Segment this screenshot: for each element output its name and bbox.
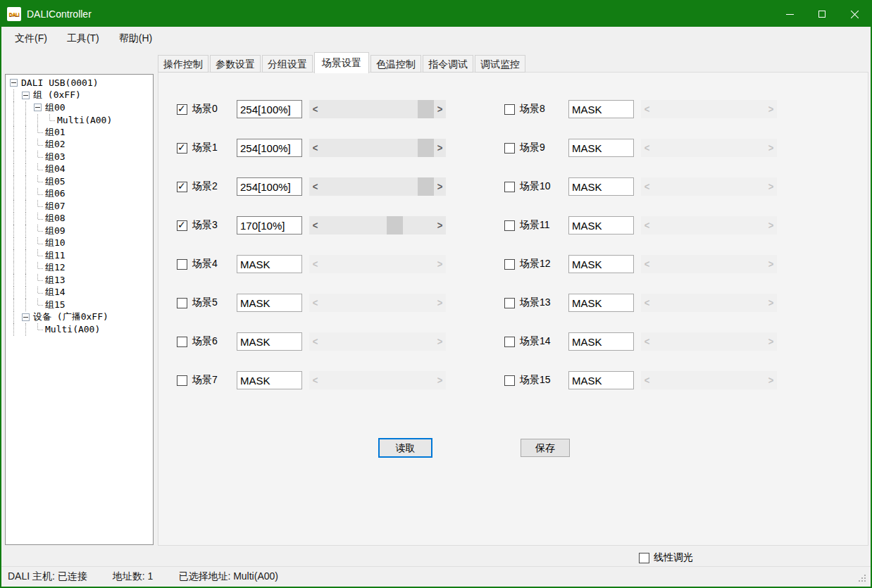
tab-scene-settings[interactable]: 场景设置	[314, 52, 369, 73]
tree-item-label[interactable]: 组13	[45, 274, 66, 287]
tree-item[interactable]: 组00	[8, 101, 153, 114]
slider-track[interactable]	[321, 216, 434, 234]
scene-slider[interactable]: < >	[641, 294, 777, 312]
slider-track[interactable]	[653, 255, 765, 273]
tree-item[interactable]: 组 (0xFF)	[8, 89, 153, 102]
tree-item-label[interactable]: 组06	[45, 187, 66, 200]
tree-item[interactable]: 组12	[8, 262, 153, 275]
scene-slider[interactable]: < >	[641, 371, 777, 389]
scene-checkbox[interactable]: ✓	[504, 104, 515, 115]
menu-file[interactable]: 文件(F)	[5, 27, 57, 49]
minimize-button[interactable]	[773, 1, 806, 27]
collapse-icon[interactable]	[10, 79, 18, 87]
tab-operation-control[interactable]: 操作控制	[158, 55, 208, 73]
slider-left-arrow-icon[interactable]: <	[641, 176, 653, 197]
scene-slider[interactable]: < >	[641, 216, 777, 234]
slider-track[interactable]	[653, 294, 765, 312]
slider-track[interactable]	[321, 255, 434, 273]
slider-left-arrow-icon[interactable]: <	[309, 370, 321, 391]
maximize-button[interactable]	[806, 1, 838, 27]
slider-right-arrow-icon[interactable]: >	[434, 176, 446, 197]
slider-left-arrow-icon[interactable]: <	[309, 254, 321, 275]
tree-item-label[interactable]: 设备 (广播0xFF)	[33, 311, 108, 323]
scene-checkbox[interactable]: ✓	[504, 375, 515, 386]
slider-left-arrow-icon[interactable]: <	[641, 254, 653, 275]
slider-right-arrow-icon[interactable]: >	[765, 176, 777, 197]
slider-right-arrow-icon[interactable]: >	[434, 215, 446, 236]
scene-value-input[interactable]	[237, 294, 302, 312]
scene-value-input[interactable]	[568, 100, 634, 118]
slider-right-arrow-icon[interactable]: >	[765, 292, 777, 313]
tree-item-label[interactable]: 组04	[45, 163, 66, 175]
tree-item-label[interactable]: 组07	[45, 200, 66, 213]
menu-help[interactable]: 帮助(H)	[109, 27, 162, 49]
scene-value-input[interactable]	[237, 100, 302, 118]
slider-left-arrow-icon[interactable]: <	[641, 292, 653, 313]
tree-item-label[interactable]: Multi(A00)	[57, 115, 112, 125]
slider-right-arrow-icon[interactable]: >	[765, 254, 777, 275]
scene-value-input[interactable]	[568, 216, 634, 234]
scene-slider[interactable]: < >	[309, 255, 446, 273]
slider-track[interactable]	[653, 100, 765, 118]
tree-item[interactable]: 组13	[8, 274, 153, 287]
tree-item-label[interactable]: 组 (0xFF)	[33, 89, 81, 101]
slider-track[interactable]	[653, 371, 765, 389]
tab-command-debug[interactable]: 指令调试	[423, 55, 473, 73]
scene-value-input[interactable]	[237, 371, 302, 389]
tab-color-temp-control[interactable]: 色温控制	[370, 55, 421, 73]
scene-value-input[interactable]	[568, 371, 634, 389]
scene-value-input[interactable]	[237, 255, 302, 273]
slider-right-arrow-icon[interactable]: >	[434, 370, 446, 391]
tree-item-label[interactable]: 组00	[45, 101, 66, 114]
slider-track[interactable]	[321, 294, 434, 312]
slider-right-arrow-icon[interactable]: >	[765, 137, 777, 158]
scene-slider[interactable]: < >	[641, 100, 777, 118]
slider-right-arrow-icon[interactable]: >	[765, 331, 777, 352]
scene-checkbox[interactable]: ✓	[177, 104, 187, 115]
scene-slider[interactable]: < >	[641, 255, 777, 273]
scene-slider[interactable]: < >	[309, 139, 446, 157]
tab-group-settings[interactable]: 分组设置	[262, 55, 313, 73]
scene-slider[interactable]: < >	[641, 177, 777, 196]
slider-thumb[interactable]	[418, 139, 434, 157]
tree-item-label[interactable]: 组08	[45, 212, 66, 225]
slider-track[interactable]	[321, 371, 434, 389]
scene-slider[interactable]: < >	[309, 216, 446, 234]
scene-checkbox[interactable]: ✓	[504, 298, 515, 308]
tree-item-label[interactable]: 组05	[45, 175, 66, 188]
tree-item-label[interactable]: 组01	[45, 126, 66, 139]
slider-right-arrow-icon[interactable]: >	[765, 99, 777, 120]
slider-left-arrow-icon[interactable]: <	[309, 99, 321, 120]
slider-left-arrow-icon[interactable]: <	[309, 215, 321, 236]
slider-right-arrow-icon[interactable]: >	[434, 99, 446, 120]
slider-track[interactable]	[321, 139, 434, 157]
tree-item[interactable]: 组04	[8, 163, 153, 176]
slider-right-arrow-icon[interactable]: >	[434, 137, 446, 158]
slider-left-arrow-icon[interactable]: <	[641, 99, 653, 120]
tree-item[interactable]: Multi(A00)	[8, 114, 153, 127]
slider-left-arrow-icon[interactable]: <	[641, 215, 653, 236]
scene-checkbox[interactable]: ✓	[504, 182, 515, 192]
slider-track[interactable]	[321, 332, 434, 351]
slider-right-arrow-icon[interactable]: >	[434, 254, 446, 275]
scene-value-input[interactable]	[568, 255, 634, 273]
slider-right-arrow-icon[interactable]: >	[434, 331, 446, 352]
slider-track[interactable]	[321, 177, 434, 196]
tree-item-label[interactable]: 组09	[45, 225, 66, 237]
tree-item-label[interactable]: 组03	[45, 151, 66, 163]
slider-thumb[interactable]	[418, 177, 434, 196]
scene-slider[interactable]: < >	[309, 371, 446, 389]
scene-value-input[interactable]	[237, 332, 302, 351]
tree-item-label[interactable]: 组14	[45, 286, 66, 299]
slider-thumb[interactable]	[387, 216, 403, 234]
scene-checkbox[interactable]: ✓	[504, 220, 515, 231]
scene-slider[interactable]: < >	[309, 332, 446, 351]
scene-checkbox[interactable]: ✓	[504, 259, 515, 270]
tree-item[interactable]: 组09	[8, 225, 153, 237]
scene-value-input[interactable]	[568, 294, 634, 312]
scene-value-input[interactable]	[568, 332, 634, 351]
scene-checkbox[interactable]: ✓	[177, 337, 187, 347]
resize-grip-icon[interactable]	[859, 575, 867, 583]
slider-right-arrow-icon[interactable]: >	[765, 215, 777, 236]
collapse-icon[interactable]	[34, 104, 42, 111]
